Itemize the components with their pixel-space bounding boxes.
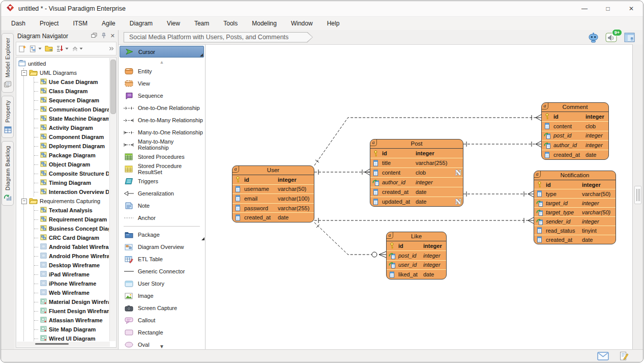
palette-item-one-to-one-relationship[interactable]: One-to-One Relationship [119, 102, 205, 114]
tree-item-material-design-wireframe[interactable]: Material Design Wireframe [34, 297, 109, 306]
column-row-id[interactable]: id integer [534, 180, 616, 189]
palette-item-sequence[interactable]: Sequence [119, 90, 205, 102]
show-in-folder-button[interactable] [44, 44, 54, 53]
palette-item-anchor[interactable]: Anchor [119, 212, 205, 224]
tree-item-fluent-design-wireframe[interactable]: Fluent Design Wireframe [34, 306, 109, 316]
tree-horizontal-scrollbar[interactable] [17, 342, 110, 347]
palette-item-many-to-one-relationship[interactable]: Many-to-One Relationship [119, 126, 205, 138]
palette-item-note[interactable]: Note [119, 200, 205, 212]
diagram-canvas[interactable]: a User id integer username varchar(50) e… [206, 44, 632, 349]
scrollbar-thumb[interactable] [110, 60, 116, 114]
palette-item-rectangle[interactable]: Rectangle [119, 326, 205, 339]
tree-item-requirement-diagram[interactable]: Requirement Diagram [34, 215, 109, 224]
maximize-button[interactable]: □ [596, 1, 620, 16]
palette-item-user-story[interactable]: User Story [119, 277, 205, 290]
palette-scroll-down[interactable]: ▼ [152, 344, 171, 349]
tree-item-android-tablet-wireframe[interactable]: Android Tablet Wireframe [34, 242, 109, 252]
menu-team[interactable]: Team [187, 18, 216, 29]
tree-item-package-diagram[interactable]: Package Diagram [34, 151, 109, 160]
palette-item-generalization[interactable]: Generalization [119, 187, 205, 200]
column-row-created-at[interactable]: created_at date [534, 235, 616, 244]
side-tab-model-explorer[interactable]: Model Explorer [2, 33, 14, 93]
tree-item-timing-diagram[interactable]: Timing Diagram [34, 178, 109, 187]
entity-user[interactable]: a User id integer username varchar(50) e… [232, 165, 314, 222]
diagram-type-button[interactable] [28, 44, 43, 54]
collapse-button[interactable] [71, 45, 84, 53]
relationship-user-post[interactable] [314, 169, 370, 175]
announcements-icon[interactable]: 9+ [605, 32, 618, 43]
tree-item-ipad-wireframe[interactable]: iPad Wireframe [34, 270, 109, 279]
palette-scroll-up[interactable]: ▲ [119, 59, 205, 65]
tree-item-android-phone-wireframe[interactable]: Android Phone Wireframe [34, 252, 109, 261]
tree-item-desktop-wireframe[interactable]: Desktop Wireframe [34, 261, 109, 270]
pin-panel-icon[interactable] [101, 33, 106, 40]
tree-item-sequence-diagram[interactable]: Sequence Diagram [34, 96, 109, 105]
tree-item-interaction-overview-diagram[interactable]: Interaction Overview Diagram [34, 187, 109, 197]
palette-item-one-to-many-relationship[interactable]: One-to-Many Relationship [119, 114, 205, 126]
messages-icon[interactable] [597, 352, 609, 362]
tree-group-requirements-capturing[interactable]: − Requirements Capturing [24, 197, 109, 206]
menu-window[interactable]: Window [284, 18, 320, 29]
menu-project[interactable]: Project [33, 18, 66, 29]
side-tab-property[interactable]: Property [2, 96, 14, 138]
palette-item-stored-procedure-resultset[interactable]: Stored Procedure ResultSet [119, 163, 205, 175]
column-row-post-id[interactable]: post_id integer [542, 131, 608, 141]
palette-item-package[interactable]: Package [119, 229, 205, 241]
palette-item-screen-capture[interactable]: Screen Capture [119, 302, 205, 314]
column-row-created-at[interactable]: created_at date [370, 187, 463, 197]
breadcrumb[interactable]: Social Media Platform with Users, Posts,… [124, 32, 313, 43]
tree-item-activity-diagram[interactable]: Activity Diagram [34, 123, 109, 132]
relationship-post-comment[interactable] [463, 141, 541, 147]
tree-item-object-diagram[interactable]: Object Diagram [34, 160, 109, 169]
tree-item-use-case-diagram[interactable]: Use Case Diagram [34, 77, 109, 87]
palette-item-etl-table[interactable]: ETL Table [119, 253, 205, 265]
relationship-user-notification[interactable] [314, 217, 534, 224]
float-panel-icon[interactable] [91, 33, 97, 39]
entity-notification[interactable]: a Notification id integer type varchar(5… [534, 171, 616, 244]
column-row-title[interactable]: title varchar(255) [370, 158, 463, 168]
tree-item-atlassian-wireframe[interactable]: Atlassian Wireframe [34, 316, 109, 325]
tree-item-textual-analysis[interactable]: Textual Analysis [34, 206, 109, 215]
menu-dash[interactable]: Dash [4, 18, 33, 29]
tree-item-communication-diagram[interactable]: Communication Diagram [34, 105, 109, 114]
column-row-sender-id[interactable]: sender_id integer [534, 217, 616, 226]
palette-item-triggers[interactable]: Triggers [119, 175, 205, 187]
menu-help[interactable]: Help [320, 18, 347, 29]
layout-icon[interactable] [624, 33, 635, 42]
palette-item-image[interactable]: Image [119, 290, 205, 302]
side-tab-diagram-backlog[interactable]: Diagram Backlog [2, 141, 14, 206]
column-row-id[interactable]: id integer [370, 149, 463, 158]
column-row-post-id[interactable]: post_id integer [387, 251, 446, 261]
minimize-button[interactable]: — [573, 1, 596, 16]
column-row-content[interactable]: content clob [542, 122, 608, 131]
menu-agile[interactable]: Agile [95, 18, 123, 29]
tree-item-deployment-diagram[interactable]: Deployment Diagram [34, 142, 109, 151]
tree-item-composite-structure-diagram[interactable]: Composite Structure Diagram [34, 169, 109, 178]
palette-item-entity[interactable]: Entity [119, 65, 205, 77]
column-row-created-at[interactable]: created_at date [232, 213, 314, 222]
collapse-toggle[interactable]: − [21, 199, 27, 204]
close-panel-icon[interactable]: ✕ [110, 33, 115, 39]
assistant-icon[interactable] [588, 32, 599, 43]
tree-group-uml-diagrams[interactable]: − UML Diagrams [24, 68, 109, 77]
column-row-target-type[interactable]: target_type varchar(50) [534, 208, 616, 217]
palette-item-stored-procedures[interactable]: Stored Procedures [119, 151, 205, 163]
new-diagram-button[interactable] [17, 44, 27, 54]
tree-item-component-diagram[interactable]: Component Diagram [34, 132, 109, 142]
relationship-user-like[interactable] [314, 222, 386, 258]
column-row-updated-at[interactable]: updated_at date N [370, 197, 463, 206]
collapse-toggle[interactable]: − [21, 70, 27, 76]
palette-item-many-to-many-relationship[interactable]: Many-to-Many Relationship [119, 138, 205, 151]
tree-item-class-diagram[interactable]: Class Diagram [34, 87, 109, 96]
tree-item-root[interactable]: untitled [18, 59, 109, 68]
tree-item-site-map-diagram[interactable]: Site Map Diagram [34, 325, 109, 334]
sort-button[interactable] [55, 44, 70, 53]
entity-post[interactable]: a Post id integer title varchar(255) con… [370, 139, 463, 207]
column-row-content[interactable]: content clob N [370, 168, 463, 178]
column-row-author-id[interactable]: author_id integer [542, 141, 608, 150]
palette-item-generic-connector[interactable]: Generic Connector [119, 265, 205, 277]
menu-view[interactable]: View [160, 18, 187, 29]
entity-like[interactable]: a Like id integer post_id integer user_i… [386, 232, 447, 280]
notes-icon[interactable] [619, 351, 629, 363]
tree-item-web-wireframe[interactable]: Web Wireframe [34, 288, 109, 297]
